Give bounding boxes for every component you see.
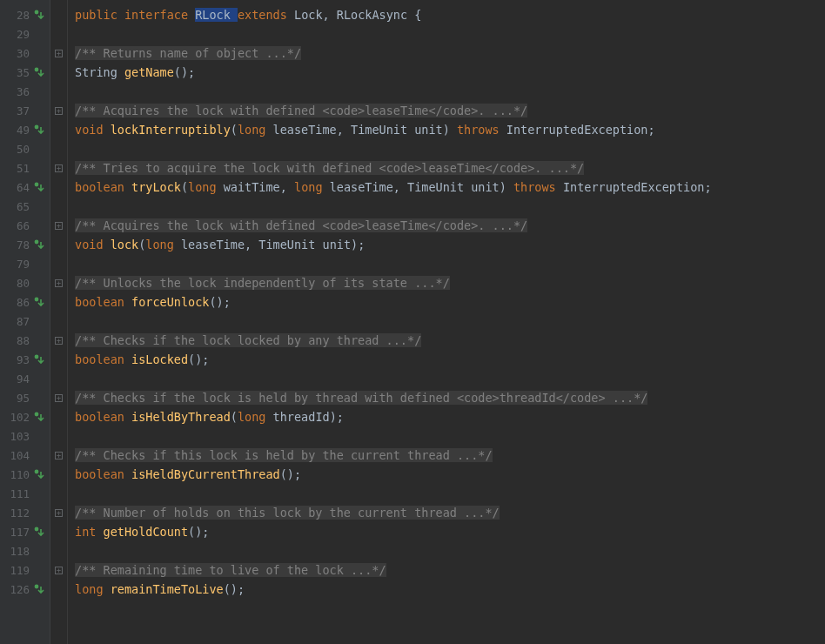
gutter-row[interactable]: 36	[0, 82, 50, 101]
fold-row[interactable]: +	[50, 44, 67, 63]
implementations-icon[interactable]	[34, 182, 44, 192]
implementations-icon[interactable]	[34, 124, 44, 135]
code-line[interactable]: /** Acquires the lock with defined <code…	[75, 216, 825, 235]
code-line[interactable]: String getName();	[75, 63, 825, 82]
gutter-row[interactable]: 64	[0, 178, 50, 197]
fold-expand-icon[interactable]: +	[55, 107, 63, 115]
gutter-row[interactable]: 79	[0, 254, 50, 273]
code-line[interactable]	[75, 484, 825, 503]
implementations-icon[interactable]	[34, 354, 44, 365]
code-line[interactable]: boolean isHeldByCurrentThread();	[75, 465, 825, 484]
code-line[interactable]: void lockInterruptibly(long leaseTime, T…	[75, 120, 825, 139]
implementations-icon[interactable]	[34, 584, 44, 594]
implementations-icon[interactable]	[34, 297, 44, 307]
gutter-row[interactable]: 110	[0, 465, 50, 484]
gutter-row[interactable]: 50	[0, 139, 50, 158]
gutter-marker[interactable]	[32, 584, 46, 594]
gutter-row[interactable]: 35	[0, 63, 50, 82]
fold-row[interactable]: +	[50, 101, 67, 120]
fold-expand-icon[interactable]: +	[55, 337, 63, 345]
gutter-row[interactable]: 29	[0, 24, 50, 44]
gutter-row[interactable]: 104	[0, 446, 50, 465]
fold-row[interactable]: +	[50, 273, 67, 292]
fold-row[interactable]: +	[50, 216, 67, 235]
gutter-marker[interactable]	[32, 412, 46, 422]
gutter-row[interactable]: 86	[0, 292, 50, 312]
implementations-icon[interactable]	[34, 527, 44, 537]
code-line[interactable]	[75, 197, 825, 216]
gutter-row[interactable]: 102	[0, 407, 50, 426]
gutter-row[interactable]: 28	[0, 5, 50, 24]
gutter-marker[interactable]	[32, 182, 46, 192]
implementations-icon[interactable]	[34, 67, 44, 77]
gutter-row[interactable]: 126	[0, 580, 50, 599]
gutter-row[interactable]: 30	[0, 44, 50, 63]
code-line[interactable]	[75, 369, 825, 388]
code-line[interactable]: void lock(long leaseTime, TimeUnit unit)…	[75, 235, 825, 254]
code-line[interactable]: /** Unlocks the lock independently of it…	[75, 273, 825, 292]
code-line[interactable]: /** Returns name of object ...*/	[75, 44, 825, 63]
code-line[interactable]	[75, 82, 825, 101]
gutter-marker[interactable]	[32, 239, 46, 250]
fold-row[interactable]: +	[50, 560, 67, 580]
gutter-marker[interactable]	[32, 124, 46, 135]
fold-row[interactable]: +	[50, 331, 67, 350]
code-line[interactable]	[75, 426, 825, 446]
gutter-row[interactable]: 95	[0, 388, 50, 407]
code-line[interactable]	[75, 24, 825, 44]
gutter-row[interactable]: 88	[0, 331, 50, 350]
code-line[interactable]: public interface RLock extends Lock, RLo…	[75, 5, 825, 24]
fold-expand-icon[interactable]: +	[55, 279, 63, 287]
fold-expand-icon[interactable]: +	[55, 164, 63, 172]
code-line[interactable]: boolean isLocked();	[75, 350, 825, 369]
implementations-icon[interactable]	[34, 412, 44, 422]
fold-row[interactable]: +	[50, 158, 67, 178]
gutter-row[interactable]: 103	[0, 426, 50, 446]
fold-expand-icon[interactable]: +	[55, 452, 63, 460]
code-line[interactable]: /** Tries to acquire the lock with defin…	[75, 158, 825, 178]
gutter-row[interactable]: 65	[0, 197, 50, 216]
gutter-marker[interactable]	[32, 527, 46, 537]
gutter-row[interactable]: 37	[0, 101, 50, 120]
fold-expand-icon[interactable]: +	[55, 50, 63, 57]
code-line[interactable]	[75, 254, 825, 273]
gutter-marker[interactable]	[32, 297, 46, 307]
implementations-icon[interactable]	[34, 10, 44, 20]
gutter-row[interactable]: 119	[0, 560, 50, 580]
gutter-row[interactable]: 66	[0, 216, 50, 235]
implementations-icon[interactable]	[34, 469, 44, 480]
gutter-marker[interactable]	[32, 10, 46, 20]
code-line[interactable]: /** Acquires the lock with defined <code…	[75, 101, 825, 120]
code-editor[interactable]: 2829303536374950516465667879808687889394…	[0, 0, 825, 644]
gutter-row[interactable]: 94	[0, 369, 50, 388]
gutter-row[interactable]: 87	[0, 312, 50, 331]
gutter-marker[interactable]	[32, 67, 46, 77]
fold-expand-icon[interactable]: +	[55, 394, 63, 402]
code-line[interactable]	[75, 139, 825, 158]
code-line[interactable]: /** Checks if the lock locked by any thr…	[75, 331, 825, 350]
code-line[interactable]: /** Checks if the lock is held by thread…	[75, 388, 825, 407]
gutter-row[interactable]: 117	[0, 522, 50, 541]
gutter-marker[interactable]	[32, 354, 46, 365]
code-line[interactable]	[75, 312, 825, 331]
code-line[interactable]: /** Number of holds on this lock by the …	[75, 503, 825, 522]
code-line[interactable]: /** Checks if this lock is held by the c…	[75, 446, 825, 465]
gutter-row[interactable]: 112	[0, 503, 50, 522]
code-line[interactable]: boolean tryLock(long waitTime, long leas…	[75, 178, 825, 197]
fold-expand-icon[interactable]: +	[55, 222, 63, 230]
gutter-marker[interactable]	[32, 469, 46, 480]
code-line[interactable]: int getHoldCount();	[75, 522, 825, 541]
code-line[interactable]: boolean isHeldByThread(long threadId);	[75, 407, 825, 426]
gutter-row[interactable]: 111	[0, 484, 50, 503]
gutter-row[interactable]: 80	[0, 273, 50, 292]
code-area[interactable]: public interface RLock extends Lock, RLo…	[68, 0, 825, 644]
code-line[interactable]: long remainTimeToLive();	[75, 580, 825, 599]
gutter-row[interactable]: 51	[0, 158, 50, 178]
code-line[interactable]	[75, 541, 825, 560]
code-line[interactable]: /** Remaining time to live of the lock .…	[75, 560, 825, 580]
fold-row[interactable]: +	[50, 503, 67, 522]
implementations-icon[interactable]	[34, 239, 44, 250]
fold-row[interactable]: +	[50, 388, 67, 407]
gutter-row[interactable]: 118	[0, 541, 50, 560]
gutter-row[interactable]: 93	[0, 350, 50, 369]
